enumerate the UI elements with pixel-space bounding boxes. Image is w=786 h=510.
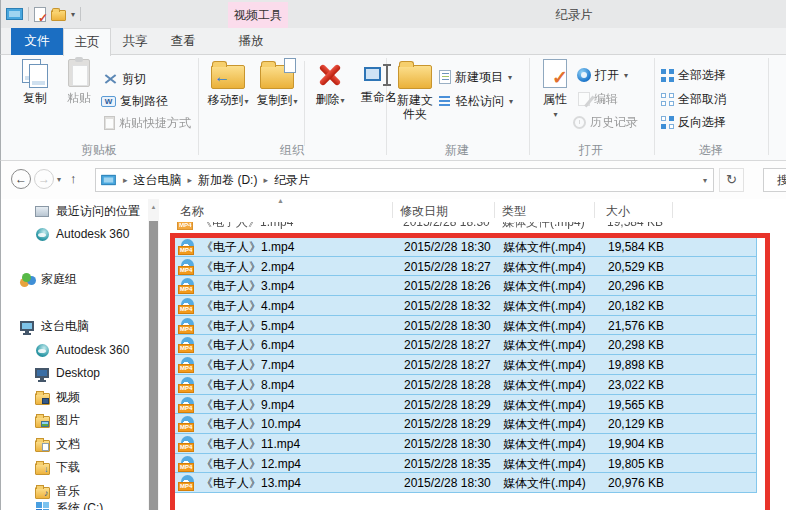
mp4-file-icon: MP4 [178, 278, 194, 294]
sidebar-item-homegroup[interactable]: 家庭组 [19, 268, 77, 290]
breadcrumb-drive-d[interactable]: 新加卷 (D:) [198, 172, 257, 189]
tab-play[interactable]: 播放 [227, 28, 275, 55]
sidebar-item-this-pc[interactable]: 这台电脑 [19, 315, 89, 337]
sidebar-item-downloads[interactable]: ↓ 下载 [34, 456, 80, 478]
search-input[interactable]: 搜 [763, 168, 786, 192]
back-button[interactable]: ← [11, 169, 31, 189]
file-size: 19,904 KB [567, 436, 664, 452]
file-row[interactable]: MP4 《电子人》9.mp4 2015/2/28 18:29 媒体文件(.mp4… [174, 394, 757, 415]
sidebar-item-recent-places[interactable]: 最近访问的位置 [34, 200, 140, 222]
file-row[interactable]: MP4 《电子人》1.mp4 2015/2/28 18:30 媒体文件(.mp4… [174, 236, 757, 257]
forward-button[interactable]: → [34, 169, 54, 189]
sidebar-item-autodesk-360[interactable]: Autodesk 360 [34, 339, 129, 361]
refresh-button[interactable]: ↻ [719, 168, 744, 192]
breadcrumb-chevron-icon: ▸ [263, 175, 268, 185]
breadcrumb-this-pc[interactable]: 这台电脑 [134, 172, 182, 189]
address-breadcrumb-bar[interactable]: ▸ 这台电脑 ▸ 新加卷 (D:) ▸ 纪录片 ▾ [95, 168, 714, 192]
history-button[interactable]: 历史记录 [573, 113, 638, 131]
new-folder-qat-icon[interactable] [51, 10, 66, 21]
file-name: 《电子人》2.mp4 [201, 259, 294, 275]
tab-view[interactable]: 查看 [159, 28, 207, 55]
tab-share[interactable]: 共享 [111, 28, 159, 55]
quick-access-toolbar: ▾ [6, 5, 81, 23]
paste-shortcut-button[interactable]: 粘贴快捷方式 [104, 114, 191, 132]
properties-qat-icon[interactable] [34, 7, 46, 22]
file-row[interactable]: MP4 《电子人》3.mp4 2015/2/28 18:26 媒体文件(.mp4… [174, 275, 757, 296]
file-date: 2015/2/28 18:27 [404, 357, 491, 373]
tab-file[interactable]: 文件 [11, 28, 63, 55]
file-row[interactable]: MP4 《电子人》13.mp4 2015/2/28 18:30 媒体文件(.mp… [174, 472, 757, 493]
copy-to-button[interactable]: 复制到▾ [253, 59, 301, 109]
group-label-organize: 组织 [232, 142, 352, 159]
cut-button[interactable]: 剪切 [103, 70, 146, 88]
select-all-button[interactable]: 全部选择 [661, 66, 726, 84]
sidebar-scrollbar-thumb[interactable] [149, 221, 158, 510]
file-row[interactable]: MP4 《电子人》6.mp4 2015/2/28 18:27 媒体文件(.mp4… [174, 334, 757, 355]
file-row[interactable]: MP4 《电子人》11.mp4 2015/2/28 18:30 媒体文件(.mp… [174, 433, 757, 454]
easy-access-button[interactable]: 轻松访问 ▾ [439, 92, 513, 110]
group-separator [654, 58, 655, 155]
column-divider[interactable] [594, 202, 595, 218]
properties-button[interactable]: 属性▾ [537, 59, 573, 122]
file-size: 19,805 KB [567, 456, 664, 472]
file-row[interactable]: MP4 《电子人》7.mp4 2015/2/28 18:27 媒体文件(.mp4… [174, 354, 757, 375]
sidebar-item-documents[interactable]: 文档 [34, 433, 80, 455]
file-row[interactable]: MP4 《电子人》2.mp4 2015/2/28 18:27 媒体文件(.mp4… [174, 256, 757, 277]
new-item-button[interactable]: 新建项目 ▾ [439, 68, 512, 86]
new-folder-button[interactable]: 新建文件夹 [393, 59, 437, 121]
select-none-button[interactable]: 全部取消 [661, 90, 726, 108]
system-drive-icon [34, 500, 50, 510]
sidebar-item-autodesk-360[interactable]: Autodesk 360 [34, 223, 129, 245]
edit-button[interactable]: 编辑 [578, 90, 618, 108]
copy-button[interactable]: 复制 [13, 59, 57, 105]
delete-x-icon [317, 62, 343, 88]
file-row[interactable]: MP4 《电子人》8.mp4 2015/2/28 18:28 媒体文件(.mp4… [174, 374, 757, 395]
address-dropdown-icon[interactable]: ▾ [703, 176, 707, 185]
mp4-file-icon: MP4 [178, 397, 194, 413]
file-row[interactable]: MP4 《电子人》4.mp4 2015/2/28 18:32 媒体文件(.mp4… [174, 295, 757, 316]
sidebar-item-videos[interactable]: 视频 [34, 386, 80, 408]
mp4-file-icon: MP4 [178, 298, 194, 314]
navigation-pane: 最近访问的位置 Autodesk 360 家庭组 这台电脑 Autodesk 3… [0, 199, 165, 510]
sidebar-item-desktop[interactable]: Desktop [34, 362, 100, 384]
up-button[interactable]: ↑ [70, 171, 77, 186]
column-divider[interactable] [494, 202, 495, 218]
edit-icon [578, 92, 590, 106]
breadcrumb-current-folder[interactable]: 纪录片 [274, 172, 310, 189]
file-row[interactable]: MP4 《电子人》10.mp4 2015/2/28 18:29 媒体文件(.mp… [174, 413, 757, 434]
tab-home[interactable]: 主页 [63, 28, 111, 56]
delete-button[interactable]: 删除▾ [309, 59, 351, 108]
sidebar-item-label: Desktop [56, 366, 100, 380]
sidebar-item-pictures[interactable]: 图片 [34, 409, 80, 431]
file-name: 《电子人》10.mp4 [201, 416, 301, 432]
move-to-button[interactable]: ← 移动到▾ [204, 59, 252, 109]
column-header-date[interactable]: 修改日期 [400, 203, 448, 220]
invert-selection-button[interactable]: 反向选择 [661, 113, 726, 131]
file-size: 20,976 KB [567, 475, 664, 491]
file-row[interactable]: MP4 《电子人》5.mp4 2015/2/28 18:30 媒体文件(.mp4… [174, 315, 757, 336]
copy-path-icon: W [101, 96, 116, 107]
column-header-size[interactable]: 大小 [606, 203, 630, 220]
paste-shortcut-icon [104, 116, 115, 130]
ribbon-tab-strip: 文件 主页 共享 查看 播放 [0, 28, 786, 55]
paste-button[interactable]: 粘贴 [59, 59, 99, 105]
sidebar-item-system-drive[interactable]: 系统 (C:) [34, 497, 103, 510]
separator [28, 7, 29, 21]
column-header-type[interactable]: 类型 [502, 203, 526, 220]
copy-path-button[interactable]: W 复制路径 [101, 92, 168, 110]
recent-locations-dropdown-icon[interactable]: ▾ [57, 175, 61, 184]
open-button[interactable]: 打开 ▾ [577, 66, 628, 84]
customize-qat-dropdown-icon[interactable]: ▾ [71, 10, 75, 19]
file-date: 2015/2/28 18:30 [404, 475, 491, 491]
file-row[interactable]: MP4 《电子人》12.mp4 2015/2/28 18:35 媒体文件(.mp… [174, 453, 757, 474]
file-size: 21,576 KB [567, 318, 664, 334]
address-bar-row: ← → ▾ ↑ ▸ 这台电脑 ▸ 新加卷 (D:) ▸ 纪录片 ▾ ↻ 搜 [0, 161, 786, 199]
column-header-name[interactable]: 名称 [180, 203, 204, 220]
column-divider[interactable] [392, 202, 393, 218]
column-divider[interactable] [672, 202, 673, 218]
file-size: 19,584 KB [567, 239, 664, 255]
file-row-partial[interactable]: MP4 《电子人》1.mp4 2015/2/28 18:30 媒体文件(.mp4… [174, 222, 757, 235]
recent-places-icon [34, 203, 50, 219]
sidebar-scrollbar-up-icon[interactable]: ▲ [148, 199, 159, 216]
select-all-icon [661, 69, 674, 82]
